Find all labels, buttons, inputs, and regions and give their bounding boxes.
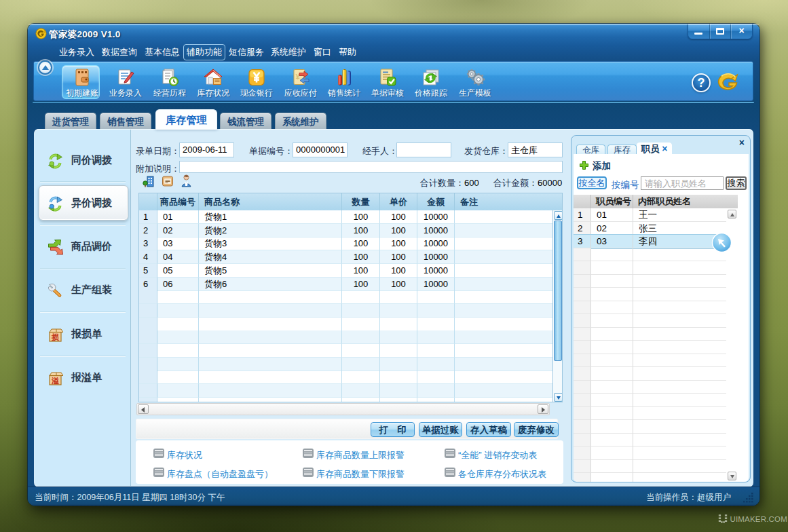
svg-text:损: 损 (51, 333, 59, 341)
svg-text:溢: 溢 (51, 377, 59, 385)
